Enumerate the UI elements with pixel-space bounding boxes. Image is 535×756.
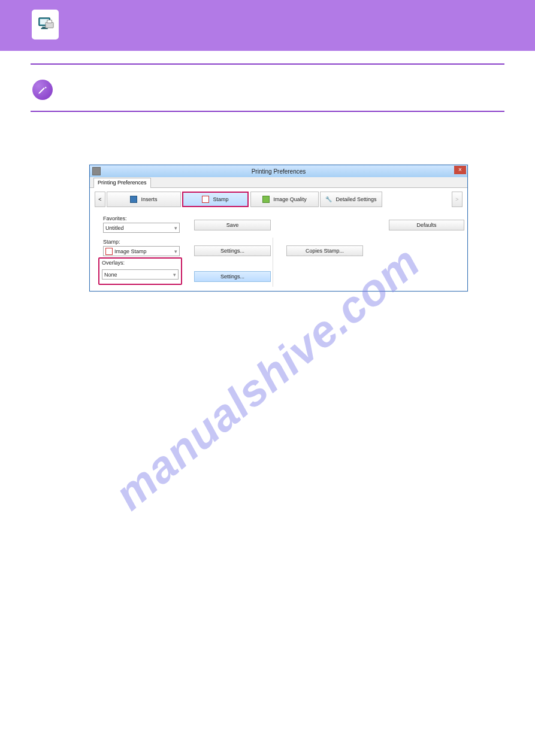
vertical-divider [273, 238, 273, 287]
chevron-down-icon: ▾ [174, 225, 177, 231]
tab-inserts[interactable]: Inserts [107, 192, 181, 207]
overlays-label: Overlays: [102, 260, 179, 266]
stamp-label: Stamp: [103, 239, 460, 245]
stamp-combo[interactable]: Image Stamp ▾ [103, 246, 180, 256]
printer-monitor-icon [37, 16, 55, 34]
tab-printing-preferences[interactable]: Printing Preferences [93, 178, 151, 188]
wrench-icon: 🔧 [325, 196, 332, 202]
inserts-icon [130, 196, 137, 203]
chevron-down-icon: ▾ [173, 272, 176, 278]
header-icon-box [31, 8, 60, 41]
tab-scroll-left[interactable]: < [95, 192, 105, 207]
tab-strip: Printing Preferences [90, 177, 467, 188]
stamp-icon [202, 196, 209, 203]
save-button[interactable]: Save [194, 220, 271, 230]
divider-bottom [31, 111, 504, 112]
tab-image-quality[interactable]: Image Quality [250, 192, 319, 207]
overlays-combo[interactable]: None ▾ [102, 269, 179, 280]
tab-inserts-label: Inserts [141, 196, 157, 202]
stamp-value: Image Stamp [114, 248, 147, 254]
tab-image-quality-label: Image Quality [273, 196, 307, 202]
tab-detailed-label: Detailed Settings [335, 196, 376, 202]
pencil-circle-icon [32, 80, 53, 100]
divider-top [31, 63, 504, 65]
tab-stamp[interactable]: Stamp [182, 192, 249, 207]
page-header-bar [0, 0, 535, 51]
copies-stamp-button[interactable]: Copies Stamp... [286, 245, 363, 256]
favorites-value: Untitled [105, 225, 124, 231]
tab-stamp-label: Stamp [213, 196, 228, 202]
stamp-settings-button[interactable]: Settings... [194, 245, 271, 256]
image-stamp-icon [105, 248, 113, 255]
printer-icon [92, 167, 101, 175]
image-quality-icon [262, 196, 270, 203]
watermark: manualshive.com [0, 0, 535, 756]
close-button[interactable]: × [454, 166, 466, 174]
category-tabs: < Inserts Stamp Image Quality 🔧 Detailed… [95, 192, 463, 210]
overlays-settings-button[interactable]: Settings... [194, 271, 271, 282]
printing-preferences-dialog: Printing Preferences × Printing Preferen… [89, 165, 468, 292]
overlays-value: None [104, 272, 117, 278]
dialog-title: Printing Preferences [252, 168, 306, 175]
dialog-body: Favorites: Untitled ▾ Save Defaults Stam… [90, 210, 467, 256]
defaults-button[interactable]: Defaults [389, 220, 464, 230]
tab-scroll-right[interactable]: > [452, 192, 463, 207]
tab-detailed-settings[interactable]: 🔧 Detailed Settings [320, 192, 382, 207]
favorites-combo[interactable]: Untitled ▾ [103, 223, 180, 233]
overlays-highlight: Overlays: None ▾ [98, 257, 182, 285]
svg-rect-5 [47, 20, 52, 23]
dialog-title-bar: Printing Preferences × [90, 165, 467, 177]
chevron-down-icon: ▾ [174, 248, 177, 254]
